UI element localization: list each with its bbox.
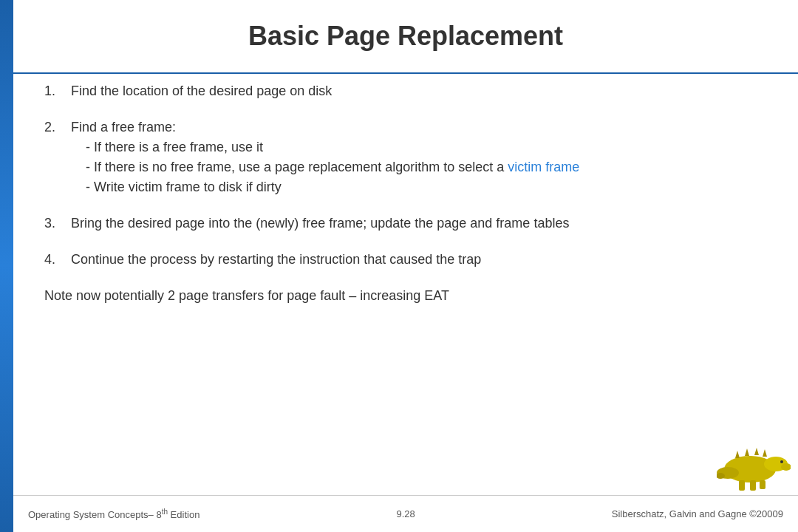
footer-edition: Operating System Concepts– 8th Edition — [28, 508, 200, 520]
list-number-2: 2. — [44, 117, 71, 197]
svg-rect-21 — [760, 480, 765, 489]
list-item-2: 2. Find a free frame: - If there is a fr… — [44, 117, 768, 197]
list-item-3: 3. Bring the desired page into the (newl… — [44, 214, 768, 233]
slide: Basic Page Replacement 1. Find the locat… — [0, 0, 798, 532]
note-text: Note now potentially 2 page transfers fo… — [44, 286, 768, 306]
list-item-1: 1. Find the location of the desired page… — [44, 81, 768, 101]
list-item-4: 4. Continue the process by restarting th… — [44, 250, 768, 270]
list-item-2-main: Find a free frame: — [71, 120, 176, 134]
dino-bottom-image — [717, 436, 791, 495]
list-item-2-sub1: - If there is a free frame, use it — [86, 137, 768, 157]
list-number-3: 3. — [44, 214, 71, 233]
list-text-1: Find the location of the desired page on… — [71, 81, 768, 101]
list-text-3: Bring the desired page into the (newly) … — [71, 214, 768, 233]
svg-marker-23 — [745, 449, 749, 456]
list-item-2-sub3: - Write victim frame to disk if dirty — [86, 177, 768, 197]
list-text-4: Continue the process by restarting the i… — [71, 250, 768, 270]
victim-frame-text: victim frame — [508, 160, 579, 174]
list-text-2: Find a free frame: - If there is a free … — [71, 117, 768, 197]
list-item-2-sub2: - If there is no free frame, use a page … — [86, 157, 768, 177]
slide-header: Basic Page Replacement — [13, 0, 798, 74]
svg-marker-24 — [754, 448, 759, 455]
svg-rect-19 — [739, 480, 745, 491]
slide-footer: Operating System Concepts– 8th Edition 9… — [13, 495, 798, 532]
svg-marker-22 — [735, 451, 740, 458]
left-accent-bar — [0, 0, 13, 532]
list-number-1: 1. — [44, 81, 71, 101]
slide-title: Basic Page Replacement — [248, 21, 563, 52]
slide-content: 1. Find the location of the desired page… — [44, 81, 768, 488]
svg-rect-20 — [750, 480, 756, 491]
footer-copyright: Silberschatz, Galvin and Gagne ©20009 — [612, 508, 783, 519]
svg-point-15 — [780, 460, 783, 463]
list-number-4: 4. — [44, 250, 71, 270]
footer-page: 9.28 — [396, 508, 415, 519]
svg-marker-25 — [763, 449, 767, 457]
